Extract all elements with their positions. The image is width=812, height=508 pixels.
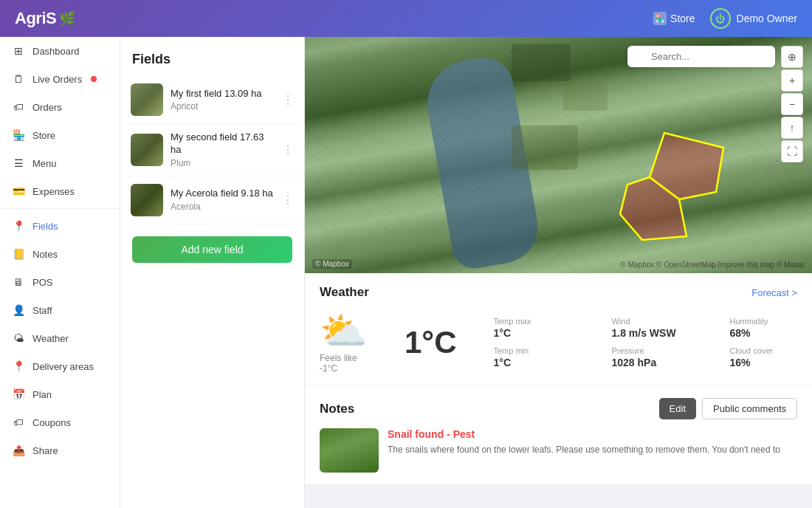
sidebar-item-label: Store [32,130,55,141]
field-more-button[interactable]: ⋮ [282,93,294,107]
forecast-link[interactable]: Forecast > [751,287,797,298]
logo-text: AgriS [15,9,56,28]
sidebar-item-plan[interactable]: 📅 Plan [0,380,120,408]
field-info: My first field 13.09 ha Apricot [171,88,275,112]
map-container: 🔍 ⊕ + − ↑ ⛶ © Mapbox © Mapbox © OpenStre… [305,37,812,273]
topbar-right: 🏪 Store ⏻ Demo Owner [653,8,797,29]
note-content: Snail found - Pest The snails where foun… [388,428,797,473]
sidebar-item-pos[interactable]: 🖥 POS [0,268,120,296]
field-thumbnail [131,184,163,216]
note-thumbnail [320,428,379,473]
sidebar-item-label: Orders [32,102,62,113]
stat-value: 16% [730,357,813,368]
stat-value: 68% [730,327,813,339]
sidebar-item-staff[interactable]: 👤 Staff [0,296,120,324]
north-button[interactable]: ↑ [781,117,803,139]
notes-actions: Edit Public comments [659,398,797,419]
field-crop: Acerola [171,202,275,212]
note-thumb-inner [320,428,379,473]
field-name: My second field 17.63 ha [171,131,275,157]
sidebar-item-fields[interactable]: 📍 Fields [0,212,120,240]
main-layout: ⊞ Dashboard 🗒 Live Orders 🏷 Orders 🏪 Sto… [0,37,812,508]
stat-label: Wind [612,317,715,326]
expenses-icon: 💳 [12,185,25,198]
dashboard-icon: ⊞ [12,44,25,58]
field-item[interactable]: My first field 13.09 ha Apricot ⋮ [120,76,304,124]
field-more-button[interactable]: ⋮ [282,193,294,207]
notes-section: Notes Edit Public comments Snail found -… [305,386,812,484]
sidebar-item-dashboard[interactable]: ⊞ Dashboard [0,37,120,65]
weather-stat: Temp min 1°C [494,346,597,368]
power-icon: ⏻ [710,8,731,29]
sidebar-item-label: Expenses [32,186,75,197]
field-item[interactable]: My second field 17.63 ha Plum ⋮ [120,124,304,176]
sidebar-item-share[interactable]: 📤 Share [0,436,120,464]
weather-stat: Cloud cover 16% [730,346,813,368]
logo: AgriS 🌿 [15,9,75,28]
field-thumbnail [131,134,163,166]
map-search-input[interactable] [627,46,775,67]
map-details: 🔍 ⊕ + − ↑ ⛶ © Mapbox © Mapbox © OpenStre… [305,37,812,508]
public-comments-button[interactable]: Public comments [702,398,797,419]
map-controls: ⊕ + − ↑ ⛶ [781,46,803,162]
fields-panel: Fields My first field 13.09 ha Apricot ⋮… [120,37,305,508]
sidebar-item-menu[interactable]: ☰ Menu [0,149,120,177]
sidebar-item-expenses[interactable]: 💳 Expenses [0,177,120,205]
field-more-button[interactable]: ⋮ [282,143,294,157]
sidebar-item-label: Dashboard [32,46,80,57]
weather-section: Weather Forecast > ⛅ Feels like -1°C 1°C… [305,273,812,386]
sidebar-item-notes[interactable]: 📒 Notes [0,240,120,268]
weather-title: Weather [320,285,369,300]
field-info: My Acerola field 9.18 ha Acerola [171,188,275,212]
user-label: Demo Owner [737,13,797,24]
field-name: My first field 13.09 ha [171,88,275,100]
weather-stat: Wind 1.8 m/s WSW [612,317,715,339]
sidebar-item-store[interactable]: 🏪 Store [0,121,120,149]
stat-value: 1.8 m/s WSW [612,327,715,339]
add-field-button[interactable]: Add new field [132,236,292,263]
weather-stat: Temp max 1°C [494,317,597,339]
field-crop: Apricot [171,101,275,111]
weather-icon: 🌤 [12,332,25,345]
zoom-out-button[interactable]: − [781,93,803,115]
pos-icon: 🖥 [12,275,25,289]
weather-header: Weather Forecast > [320,285,797,300]
zoom-in-button[interactable]: + [781,69,803,92]
topbar: AgriS 🌿 🏪 Store ⏻ Demo Owner [0,0,812,37]
cloud-icon: ⛅ [320,312,368,350]
store-nav-icon: 🏪 [12,128,25,142]
note-title: Snail found - Pest [388,428,797,440]
sidebar-item-label: Staff [32,305,52,316]
weather-stat: Pressure 1028 hPa [612,346,715,368]
sidebar-item-live-orders[interactable]: 🗒 Live Orders [0,65,120,93]
sidebar-item-label: Live Orders [32,74,82,85]
live-orders-badge [91,76,97,82]
sidebar-item-delivery[interactable]: 📍 Delivery areas [0,352,120,380]
stat-label: Pressure [612,346,715,355]
locate-button[interactable]: ⊕ [781,46,803,68]
sidebar-item-label: Plan [32,389,52,400]
fullscreen-button[interactable]: ⛶ [781,140,803,162]
notes-header: Notes Edit Public comments [320,398,797,419]
fields-panel-title: Fields [120,37,304,76]
sidebar-item-weather[interactable]: 🌤 Weather [0,324,120,352]
sidebar-item-label: Share [32,445,58,456]
store-link[interactable]: 🏪 Store [653,12,695,25]
notes-icon: 📒 [12,247,25,261]
stat-label: Temp max [494,317,597,326]
field-item[interactable]: My Acerola field 9.18 ha Acerola ⋮ [120,176,304,224]
share-icon: 📤 [12,444,25,457]
feels-like: Feels like -1°C [320,353,368,374]
stat-label: Cloud cover [730,346,813,355]
map-attribution-right: © Mapbox © OpenStreetMap Improve this ma… [621,261,805,269]
sidebar-item-label: Notes [32,249,58,260]
notes-edit-button[interactable]: Edit [659,398,696,419]
sidebar-item-orders[interactable]: 🏷 Orders [0,93,120,121]
staff-icon: 👤 [12,303,25,317]
weather-icon-temp: ⛅ Feels like -1°C [320,312,368,374]
field-crop: Plum [171,158,275,168]
sidebar-item-coupons[interactable]: 🏷 Coupons [0,408,120,436]
sidebar-divider [0,208,120,209]
map-attribution-left: © Mapbox [312,259,352,269]
user-section[interactable]: ⏻ Demo Owner [710,8,797,29]
